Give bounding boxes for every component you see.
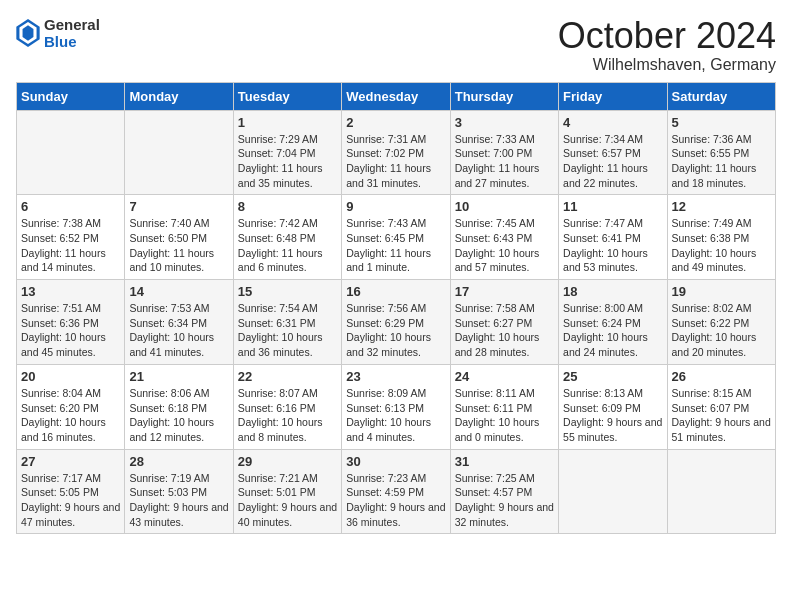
day-number: 12: [672, 199, 771, 214]
week-row-1: 1Sunrise: 7:29 AMSunset: 7:04 PMDaylight…: [17, 110, 776, 195]
cell-info: Sunrise: 7:36 AMSunset: 6:55 PMDaylight:…: [672, 132, 771, 191]
calendar-cell: 26Sunrise: 8:15 AMSunset: 6:07 PMDayligh…: [667, 364, 775, 449]
cell-info: Sunrise: 7:19 AMSunset: 5:03 PMDaylight:…: [129, 471, 228, 530]
calendar-cell: 6Sunrise: 7:38 AMSunset: 6:52 PMDaylight…: [17, 195, 125, 280]
header: General Blue October 2024 Wilhelmshaven,…: [16, 16, 776, 74]
day-number: 18: [563, 284, 662, 299]
cell-info: Sunrise: 8:09 AMSunset: 6:13 PMDaylight:…: [346, 386, 445, 445]
cell-info: Sunrise: 7:51 AMSunset: 6:36 PMDaylight:…: [21, 301, 120, 360]
day-number: 13: [21, 284, 120, 299]
day-number: 23: [346, 369, 445, 384]
logo: General Blue: [16, 16, 100, 50]
calendar-cell: [125, 110, 233, 195]
cell-info: Sunrise: 7:29 AMSunset: 7:04 PMDaylight:…: [238, 132, 337, 191]
calendar-cell: 11Sunrise: 7:47 AMSunset: 6:41 PMDayligh…: [559, 195, 667, 280]
day-number: 7: [129, 199, 228, 214]
cell-info: Sunrise: 7:54 AMSunset: 6:31 PMDaylight:…: [238, 301, 337, 360]
cell-info: Sunrise: 7:38 AMSunset: 6:52 PMDaylight:…: [21, 216, 120, 275]
day-number: 29: [238, 454, 337, 469]
day-number: 16: [346, 284, 445, 299]
cell-info: Sunrise: 7:21 AMSunset: 5:01 PMDaylight:…: [238, 471, 337, 530]
day-number: 20: [21, 369, 120, 384]
calendar-cell: 3Sunrise: 7:33 AMSunset: 7:00 PMDaylight…: [450, 110, 558, 195]
calendar-cell: 14Sunrise: 7:53 AMSunset: 6:34 PMDayligh…: [125, 280, 233, 365]
day-number: 30: [346, 454, 445, 469]
day-number: 24: [455, 369, 554, 384]
day-number: 19: [672, 284, 771, 299]
day-number: 11: [563, 199, 662, 214]
calendar-cell: 25Sunrise: 8:13 AMSunset: 6:09 PMDayligh…: [559, 364, 667, 449]
cell-info: Sunrise: 7:25 AMSunset: 4:57 PMDaylight:…: [455, 471, 554, 530]
calendar-cell: [559, 449, 667, 534]
calendar-cell: 30Sunrise: 7:23 AMSunset: 4:59 PMDayligh…: [342, 449, 450, 534]
day-number: 6: [21, 199, 120, 214]
week-row-4: 20Sunrise: 8:04 AMSunset: 6:20 PMDayligh…: [17, 364, 776, 449]
day-number: 27: [21, 454, 120, 469]
day-header-wednesday: Wednesday: [342, 82, 450, 110]
calendar-cell: 12Sunrise: 7:49 AMSunset: 6:38 PMDayligh…: [667, 195, 775, 280]
calendar-cell: 13Sunrise: 7:51 AMSunset: 6:36 PMDayligh…: [17, 280, 125, 365]
cell-info: Sunrise: 8:07 AMSunset: 6:16 PMDaylight:…: [238, 386, 337, 445]
cell-info: Sunrise: 7:47 AMSunset: 6:41 PMDaylight:…: [563, 216, 662, 275]
calendar-cell: 8Sunrise: 7:42 AMSunset: 6:48 PMDaylight…: [233, 195, 341, 280]
day-header-tuesday: Tuesday: [233, 82, 341, 110]
day-number: 4: [563, 115, 662, 130]
day-header-sunday: Sunday: [17, 82, 125, 110]
week-row-3: 13Sunrise: 7:51 AMSunset: 6:36 PMDayligh…: [17, 280, 776, 365]
location-title: Wilhelmshaven, Germany: [558, 56, 776, 74]
cell-info: Sunrise: 8:06 AMSunset: 6:18 PMDaylight:…: [129, 386, 228, 445]
cell-info: Sunrise: 7:23 AMSunset: 4:59 PMDaylight:…: [346, 471, 445, 530]
week-row-5: 27Sunrise: 7:17 AMSunset: 5:05 PMDayligh…: [17, 449, 776, 534]
cell-info: Sunrise: 8:00 AMSunset: 6:24 PMDaylight:…: [563, 301, 662, 360]
calendar-cell: 31Sunrise: 7:25 AMSunset: 4:57 PMDayligh…: [450, 449, 558, 534]
day-number: 5: [672, 115, 771, 130]
calendar-cell: 27Sunrise: 7:17 AMSunset: 5:05 PMDayligh…: [17, 449, 125, 534]
cell-info: Sunrise: 8:15 AMSunset: 6:07 PMDaylight:…: [672, 386, 771, 445]
title-area: October 2024 Wilhelmshaven, Germany: [558, 16, 776, 74]
day-number: 8: [238, 199, 337, 214]
cell-info: Sunrise: 8:04 AMSunset: 6:20 PMDaylight:…: [21, 386, 120, 445]
day-number: 3: [455, 115, 554, 130]
cell-info: Sunrise: 7:53 AMSunset: 6:34 PMDaylight:…: [129, 301, 228, 360]
logo-text: General Blue: [44, 16, 100, 50]
cell-info: Sunrise: 8:02 AMSunset: 6:22 PMDaylight:…: [672, 301, 771, 360]
calendar-cell: 20Sunrise: 8:04 AMSunset: 6:20 PMDayligh…: [17, 364, 125, 449]
day-number: 1: [238, 115, 337, 130]
calendar-cell: 23Sunrise: 8:09 AMSunset: 6:13 PMDayligh…: [342, 364, 450, 449]
day-number: 28: [129, 454, 228, 469]
calendar-cell: 4Sunrise: 7:34 AMSunset: 6:57 PMDaylight…: [559, 110, 667, 195]
cell-info: Sunrise: 7:45 AMSunset: 6:43 PMDaylight:…: [455, 216, 554, 275]
day-number: 21: [129, 369, 228, 384]
calendar-cell: 19Sunrise: 8:02 AMSunset: 6:22 PMDayligh…: [667, 280, 775, 365]
day-number: 17: [455, 284, 554, 299]
day-number: 26: [672, 369, 771, 384]
day-header-friday: Friday: [559, 82, 667, 110]
calendar-cell: 29Sunrise: 7:21 AMSunset: 5:01 PMDayligh…: [233, 449, 341, 534]
calendar-cell: [667, 449, 775, 534]
calendar-cell: 21Sunrise: 8:06 AMSunset: 6:18 PMDayligh…: [125, 364, 233, 449]
day-header-saturday: Saturday: [667, 82, 775, 110]
calendar-header-row: SundayMondayTuesdayWednesdayThursdayFrid…: [17, 82, 776, 110]
cell-info: Sunrise: 7:49 AMSunset: 6:38 PMDaylight:…: [672, 216, 771, 275]
day-number: 14: [129, 284, 228, 299]
calendar-cell: 10Sunrise: 7:45 AMSunset: 6:43 PMDayligh…: [450, 195, 558, 280]
calendar-cell: 28Sunrise: 7:19 AMSunset: 5:03 PMDayligh…: [125, 449, 233, 534]
calendar-cell: 5Sunrise: 7:36 AMSunset: 6:55 PMDaylight…: [667, 110, 775, 195]
calendar-cell: 15Sunrise: 7:54 AMSunset: 6:31 PMDayligh…: [233, 280, 341, 365]
calendar-cell: 1Sunrise: 7:29 AMSunset: 7:04 PMDaylight…: [233, 110, 341, 195]
calendar-table: SundayMondayTuesdayWednesdayThursdayFrid…: [16, 82, 776, 535]
cell-info: Sunrise: 7:17 AMSunset: 5:05 PMDaylight:…: [21, 471, 120, 530]
month-title: October 2024: [558, 16, 776, 56]
day-number: 22: [238, 369, 337, 384]
calendar-cell: 18Sunrise: 8:00 AMSunset: 6:24 PMDayligh…: [559, 280, 667, 365]
day-header-thursday: Thursday: [450, 82, 558, 110]
cell-info: Sunrise: 7:34 AMSunset: 6:57 PMDaylight:…: [563, 132, 662, 191]
cell-info: Sunrise: 7:58 AMSunset: 6:27 PMDaylight:…: [455, 301, 554, 360]
cell-info: Sunrise: 8:13 AMSunset: 6:09 PMDaylight:…: [563, 386, 662, 445]
calendar-cell: 22Sunrise: 8:07 AMSunset: 6:16 PMDayligh…: [233, 364, 341, 449]
calendar-cell: 2Sunrise: 7:31 AMSunset: 7:02 PMDaylight…: [342, 110, 450, 195]
calendar-cell: 9Sunrise: 7:43 AMSunset: 6:45 PMDaylight…: [342, 195, 450, 280]
cell-info: Sunrise: 7:43 AMSunset: 6:45 PMDaylight:…: [346, 216, 445, 275]
calendar-cell: 17Sunrise: 7:58 AMSunset: 6:27 PMDayligh…: [450, 280, 558, 365]
week-row-2: 6Sunrise: 7:38 AMSunset: 6:52 PMDaylight…: [17, 195, 776, 280]
